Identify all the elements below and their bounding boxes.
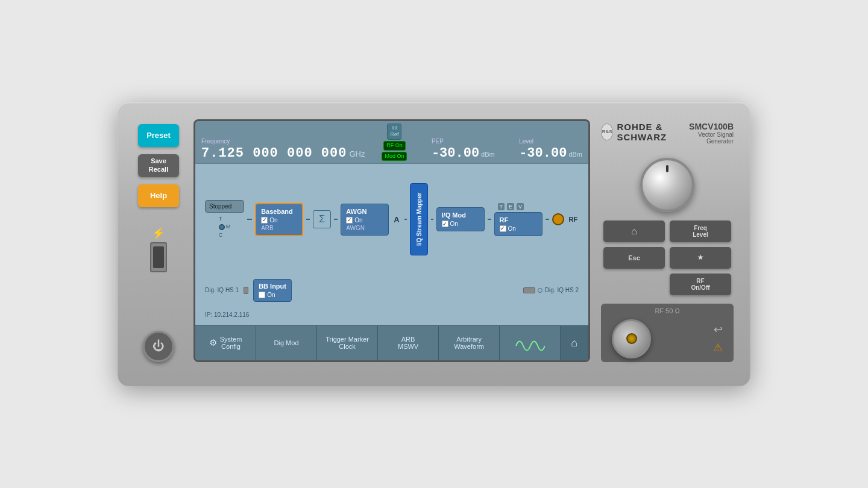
diagram-area: Stopped ▼ T ○M C <box>195 164 588 325</box>
connector-6 <box>488 219 491 220</box>
int-ref-indicator: Int Ref <box>387 124 401 140</box>
rf-checkbox[interactable] <box>500 225 506 232</box>
baseband-checkbox[interactable] <box>261 217 268 224</box>
home-button-icon: ⌂ <box>631 226 637 237</box>
awgn-block[interactable]: AWGN On AWGN <box>341 204 389 236</box>
pep-label: PEP <box>432 138 495 145</box>
tmc-t: T <box>219 215 231 224</box>
tab-trigger-marker-clock[interactable]: Trigger Marker Clock <box>317 326 378 360</box>
instrument-body: Preset Save Recall Help ⚡ ⏻ Frequency 7.… <box>118 102 750 386</box>
rf-dot <box>552 213 564 225</box>
dig-iq-hs2-label: Dig. IQ HS 2 <box>545 287 579 293</box>
star-icon: ★ <box>697 254 703 261</box>
iq-mod-on-row: On <box>442 221 479 227</box>
freq-level-button[interactable]: Freq Level <box>670 221 731 242</box>
level-unit: dBm <box>568 151 582 158</box>
screen: Frequency 7.125 000 000 000 GHz Int Ref … <box>195 121 588 360</box>
home-button[interactable]: ⌂ <box>603 221 665 242</box>
rf-connector-inner <box>626 333 637 344</box>
rf-on-indicator: RF On <box>383 141 406 151</box>
rf-output-label: RF <box>569 216 578 223</box>
awgn-checkbox[interactable] <box>346 217 353 224</box>
awgn-on-row: On <box>346 217 383 224</box>
tab-dig-mod[interactable]: Dig Mod <box>256 326 317 360</box>
tev-v: V <box>517 203 524 210</box>
stopped-block[interactable]: Stopped ▼ <box>205 200 244 213</box>
help-button[interactable]: Help <box>138 184 179 207</box>
tab-arbitrary-waveform[interactable]: Arbitrary Waveform <box>439 326 500 360</box>
pep-value: -30.00 <box>432 146 479 161</box>
brand-name: ROHDE & SCHWARZ <box>617 122 687 142</box>
rf-on-label: On <box>508 225 516 232</box>
tev-t: T <box>498 203 505 210</box>
awgn-label: AWGN <box>346 225 383 231</box>
usb-port[interactable] <box>150 242 167 272</box>
rf-right-icons: ↩ ⚠ <box>713 323 723 354</box>
rf-signal-icon: ↩ <box>714 323 723 336</box>
awgn-title: AWGN <box>346 208 383 215</box>
usb-slot <box>153 246 164 268</box>
a-label: A <box>392 215 401 224</box>
stream-mapper-block: I/Q Stream Mapper <box>410 183 428 255</box>
rf-group: T E V RF On <box>494 203 542 236</box>
main-knob[interactable] <box>640 158 694 212</box>
home-icon: ⌂ <box>571 337 577 349</box>
stopped-label: Stopped <box>209 203 231 210</box>
rf-block[interactable]: RF On <box>494 212 542 236</box>
rf-connector[interactable] <box>612 319 651 358</box>
brand-logo-text: R&S <box>602 129 612 134</box>
tab-waveform-icon[interactable] <box>500 326 561 360</box>
rf-on-row: On <box>500 225 537 232</box>
awgn-on-label: On <box>354 217 362 224</box>
bb-input-block[interactable]: BB Input On <box>253 279 292 302</box>
usb-icon: ⚡ <box>152 227 165 240</box>
iq-mod-block[interactable]: I/Q Mod On <box>436 207 485 231</box>
brand-header: R&S ROHDE & SCHWARZ SMCV100B Vector Sign… <box>601 119 734 149</box>
tev-e: E <box>507 203 514 210</box>
rf-section: RF 50 Ω ↩ ⚠ <box>601 304 734 362</box>
level-value: -30.00 <box>519 146 567 161</box>
tab-home[interactable]: ⌂ <box>561 326 588 360</box>
tab-arb-mswv[interactable]: ARB MSWV <box>378 326 439 360</box>
pep-unit: dBm <box>481 151 495 158</box>
rf-connector-area: ↩ ⚠ <box>607 319 728 358</box>
baseband-block[interactable]: Baseband On ARB <box>255 203 303 236</box>
connector-5 <box>431 219 433 220</box>
connector-4 <box>404 219 407 220</box>
left-panel: Preset Save Recall Help ⚡ ⏻ <box>134 119 183 362</box>
preset-button[interactable]: Preset <box>138 124 179 147</box>
tmc-c: C <box>219 231 231 240</box>
dig-iq-hs2-circle <box>538 288 542 293</box>
iq-mod-checkbox[interactable] <box>442 221 448 227</box>
top-bar: Frequency 7.125 000 000 000 GHz Int Ref … <box>195 121 588 164</box>
tev-row: T E V <box>494 203 542 210</box>
rf-impedance-label: RF 50 Ω <box>607 307 728 314</box>
bb-input-on-row: On <box>259 292 286 298</box>
tab-system-config-label: System Config <box>220 336 242 350</box>
iq-mod-on-label: On <box>450 221 458 227</box>
lower-row: Dig. IQ HS 1 BB Input On Dig. IQ HS 2 <box>205 279 579 302</box>
tab-trigger-label: Trigger Marker Clock <box>326 336 369 350</box>
model-subtitle: Vector Signal Generator <box>687 131 734 145</box>
rf-on-off-button[interactable]: RF On/Off <box>670 274 731 295</box>
bb-input-checkbox[interactable] <box>259 292 265 298</box>
star-button[interactable]: ★ <box>670 247 731 269</box>
brand-logo: R&S <box>601 124 613 140</box>
warning-icon: ⚠ <box>713 341 723 354</box>
waveform-svg <box>515 334 545 352</box>
stopped-group: Stopped ▼ T ○M C <box>205 200 244 240</box>
frequency-unit: GHz <box>349 149 365 158</box>
dig-iq-hs2-group: Dig. IQ HS 2 <box>523 287 579 293</box>
esc-button[interactable]: Esc <box>603 247 665 269</box>
power-icon: ⏻ <box>153 339 165 353</box>
tmc-group: T ○M C <box>219 215 231 240</box>
baseband-title: Baseband <box>261 208 297 215</box>
baseband-on-label: On <box>269 217 277 224</box>
power-button[interactable]: ⏻ <box>143 331 174 362</box>
knob-row <box>601 155 734 214</box>
tab-system-config[interactable]: ⚙ System Config <box>195 326 256 360</box>
connector-1 <box>247 219 252 220</box>
rf-title: RF <box>500 216 537 224</box>
save-recall-button[interactable]: Save Recall <box>138 154 179 177</box>
sigma-block: Σ <box>313 210 331 228</box>
